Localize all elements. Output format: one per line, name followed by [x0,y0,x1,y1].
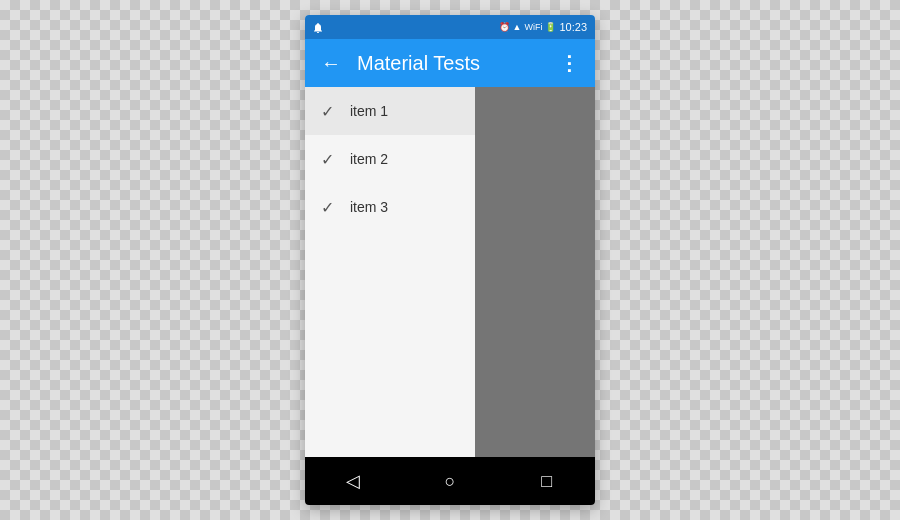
nav-back-button[interactable]: ◁ [329,457,377,505]
check-icon-1: ✓ [321,102,334,121]
nav-recent-button[interactable]: □ [523,457,571,505]
notification-icon [313,21,323,33]
signal-icon: ▲ [513,22,522,32]
app-bar: ← Material Tests ⋮ [305,39,595,87]
item-label-1: item 1 [350,103,388,119]
phone-frame: ⏰ ▲ WiFi 🔋 10:23 ← Material Tests ⋮ ✓ it… [305,15,595,505]
list-item-2[interactable]: ✓ item 2 [305,135,475,183]
status-time: 10:23 [559,21,587,33]
list-panel: ✓ item 1 ✓ item 2 ✓ item 3 [305,87,475,457]
nav-home-button[interactable]: ○ [426,457,474,505]
item-label-2: item 2 [350,151,388,167]
list-item-1[interactable]: ✓ item 1 [305,87,475,135]
status-bar: ⏰ ▲ WiFi 🔋 10:23 [305,15,595,39]
app-title: Material Tests [357,52,551,75]
nav-home-icon: ○ [445,471,456,492]
check-icon-2: ✓ [321,150,334,169]
nav-back-icon: ◁ [346,470,360,492]
battery-icon: 🔋 [545,22,556,32]
nav-bar: ◁ ○ □ [305,457,595,505]
item-label-3: item 3 [350,199,388,215]
side-panel [475,87,595,457]
more-icon: ⋮ [559,51,580,75]
wifi-icon: WiFi [524,22,542,32]
list-item-3[interactable]: ✓ item 3 [305,183,475,231]
status-right: ⏰ ▲ WiFi 🔋 10:23 [499,21,587,33]
back-button[interactable]: ← [313,45,349,81]
nav-recent-icon: □ [541,471,552,492]
clock-icon: ⏰ [499,22,510,32]
more-button[interactable]: ⋮ [551,45,587,81]
back-arrow-icon: ← [321,52,341,75]
status-left [313,21,323,33]
check-icon-3: ✓ [321,198,334,217]
content-area: ✓ item 1 ✓ item 2 ✓ item 3 [305,87,595,457]
